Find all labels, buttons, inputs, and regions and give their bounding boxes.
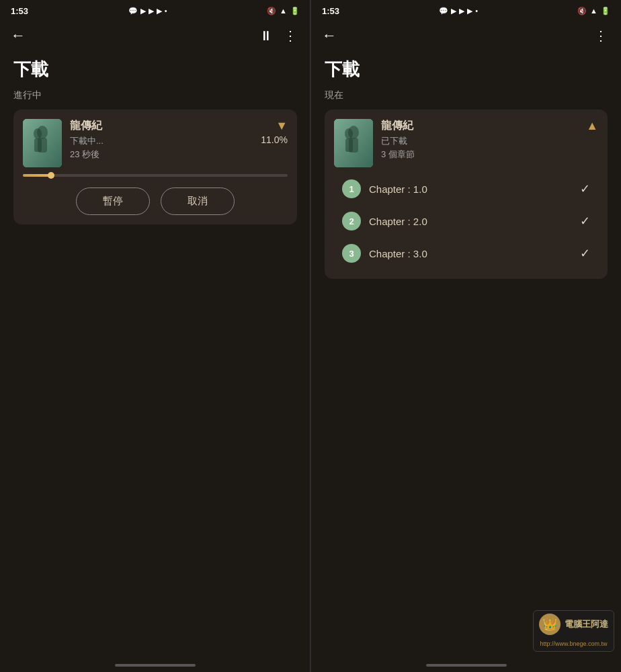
back-button-left[interactable]: ← (11, 27, 26, 44)
youtube2-icon-left: ▶ (149, 7, 154, 15)
card-header-right: 龍傳紀 已下載 3 個章節 ▲ (334, 119, 598, 167)
svg-rect-5 (34, 138, 42, 152)
svg-rect-11 (345, 138, 353, 152)
app-bar-right: ← ⋮ (311, 19, 621, 52)
status-time-right: 1:53 (322, 6, 339, 16)
messenger-icon-right: 💬 (439, 7, 448, 15)
more-button-left[interactable]: ⋮ (281, 25, 300, 46)
svg-point-4 (34, 128, 42, 139)
progress-percent-left: 11.0% (261, 134, 288, 145)
card-info-left: 龍傳紀 下載中... 23 秒後 (70, 119, 253, 161)
back-button-right[interactable]: ← (322, 27, 337, 44)
download-status-right: 已下載 (381, 135, 578, 147)
wifi-icon-right: ▲ (590, 7, 597, 15)
progress-bar-fill-left (23, 174, 52, 177)
check-mark-2: ✓ (580, 214, 590, 228)
check-mark-3: ✓ (580, 246, 590, 261)
time-remaining-left: 23 秒後 (70, 149, 253, 161)
app-bar-left: ← ⏸ ⋮ (0, 19, 310, 52)
chapter-title-2: Chapter : 2.0 (369, 216, 572, 227)
chapter-item-3[interactable]: 3 Chapter : 3.0 ✓ (334, 237, 598, 269)
watermark: 👑 電腦王阿達 http://www.bnege.com.tw (533, 610, 614, 652)
book-cover-image-left (23, 119, 62, 167)
download-card-left: 龍傳紀 下載中... 23 秒後 ▼ 11.0% 暫停 取消 (13, 110, 297, 224)
dot-icon-left: • (165, 7, 167, 15)
svg-point-10 (345, 128, 353, 139)
status-icons-center-right: 💬 ▶ ▶ ▶ • (439, 7, 478, 15)
page-content-left: 下載 進行中 (0, 52, 310, 659)
app-bar-actions-left: ⏸ ⋮ (257, 25, 300, 46)
status-bar-left: 1:53 💬 ▶ ▶ ▶ • 🔇 ▲ 🔋 (0, 0, 310, 19)
mute-icon-left: 🔇 (267, 7, 276, 15)
battery-icon-right: 🔋 (601, 7, 610, 15)
chapter-num-2: 2 (342, 212, 361, 230)
expand-button-left[interactable]: ▼ (276, 119, 288, 133)
download-status-left: 下載中... (70, 135, 253, 147)
more-button-right[interactable]: ⋮ (591, 25, 610, 46)
collapse-button-right[interactable]: ▲ (586, 119, 598, 133)
section-label-right: 現在 (325, 89, 608, 101)
wifi-icon-left: ▲ (280, 7, 287, 15)
status-time-left: 1:53 (11, 6, 28, 16)
bottom-indicator-right (426, 664, 507, 667)
download-card-right: 龍傳紀 已下載 3 個章節 ▲ 1 Chapter : 1.0 ✓ (325, 110, 608, 279)
book-cover-right (334, 119, 373, 167)
status-right-icons-left: 🔇 ▲ 🔋 (267, 7, 300, 15)
book-title-right: 龍傳紀 (381, 119, 578, 133)
status-icons-center-left: 💬 ▶ ▶ ▶ • (128, 7, 167, 15)
youtube3-icon-left: ▶ (157, 7, 162, 15)
card-info-right: 龍傳紀 已下載 3 個章節 (381, 119, 578, 161)
youtube2-icon-right: ▶ (459, 7, 464, 15)
card-header-left: 龍傳紀 下載中... 23 秒後 ▼ 11.0% (23, 119, 288, 167)
page-title-right: 下載 (325, 58, 608, 81)
youtube-icon-left: ▶ (140, 7, 146, 15)
right-phone-panel: 1:53 💬 ▶ ▶ ▶ • 🔇 ▲ 🔋 ← ⋮ 下載 現在 (310, 0, 621, 672)
progress-dot-left (48, 172, 54, 179)
book-cover-image-right (334, 119, 373, 167)
watermark-avatar: 👑 (539, 614, 561, 635)
chapter-title-3: Chapter : 3.0 (369, 248, 572, 259)
bottom-bar-right (311, 659, 621, 672)
chapter-item-2[interactable]: 2 Chapter : 2.0 ✓ (334, 205, 598, 237)
status-right-icons-right: 🔇 ▲ 🔋 (577, 7, 610, 15)
chapters-count-right: 3 個章節 (381, 149, 578, 161)
chapter-item-1[interactable]: 1 Chapter : 1.0 ✓ (334, 173, 598, 205)
card-right-left: ▼ 11.0% (261, 119, 288, 145)
check-mark-1: ✓ (580, 181, 590, 196)
page-title-left: 下載 (13, 58, 297, 81)
pause-button-left[interactable]: ⏸ (257, 26, 276, 46)
bottom-indicator-left (115, 664, 196, 667)
chapter-list-right: 1 Chapter : 1.0 ✓ 2 Chapter : 2.0 ✓ 3 (334, 173, 598, 269)
chapter-num-3: 3 (342, 244, 361, 263)
page-content-right: 下載 現在 (311, 52, 621, 659)
cancel-action-button[interactable]: 取消 (161, 187, 235, 215)
action-buttons-left: 暫停 取消 (23, 187, 288, 215)
left-phone-panel: 1:53 💬 ▶ ▶ ▶ • 🔇 ▲ 🔋 ← ⏸ ⋮ 下載 進行中 (0, 0, 310, 672)
dot-icon-right: • (475, 7, 478, 15)
section-label-left: 進行中 (13, 89, 297, 101)
watermark-box: 👑 電腦王阿達 http://www.bnege.com.tw (533, 610, 614, 652)
battery-icon-left: 🔋 (290, 7, 300, 15)
book-title-left: 龍傳紀 (70, 119, 253, 133)
app-bar-actions-right: ⋮ (591, 25, 610, 46)
mute-icon-right: 🔇 (577, 7, 587, 15)
status-bar-right: 1:53 💬 ▶ ▶ ▶ • 🔇 ▲ 🔋 (311, 0, 621, 19)
youtube3-icon-right: ▶ (467, 7, 472, 15)
book-cover-left (23, 119, 62, 167)
pause-action-button[interactable]: 暫停 (76, 187, 150, 215)
watermark-label: 電腦王阿達 (565, 618, 608, 630)
bottom-bar-left (0, 659, 310, 672)
youtube-icon-right: ▶ (451, 7, 456, 15)
progress-bar-container-left (23, 174, 288, 177)
chapter-num-1: 1 (342, 179, 361, 198)
messenger-icon-left: 💬 (128, 7, 138, 15)
watermark-url: http://www.bnege.com.tw (540, 640, 607, 647)
chapter-title-1: Chapter : 1.0 (369, 183, 572, 195)
